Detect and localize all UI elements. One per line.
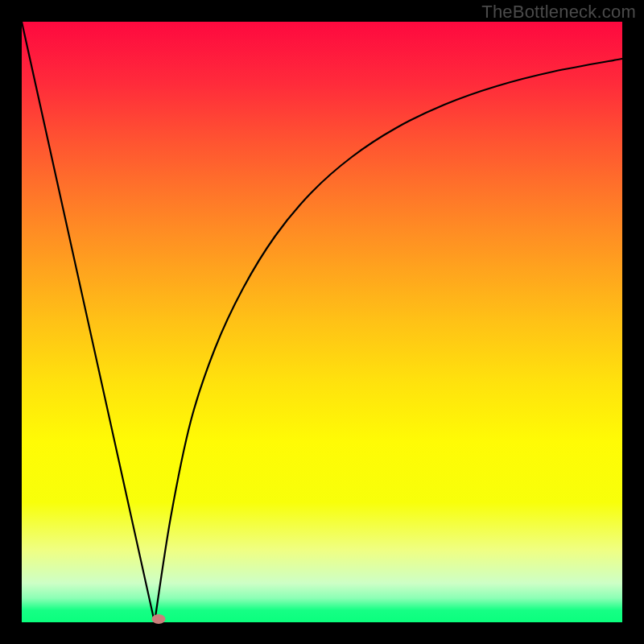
watermark-text: TheBottleneck.com — [481, 2, 636, 23]
optimal-point-marker — [152, 614, 166, 624]
bottleneck-curve — [22, 22, 622, 622]
chart-svg — [22, 22, 622, 622]
